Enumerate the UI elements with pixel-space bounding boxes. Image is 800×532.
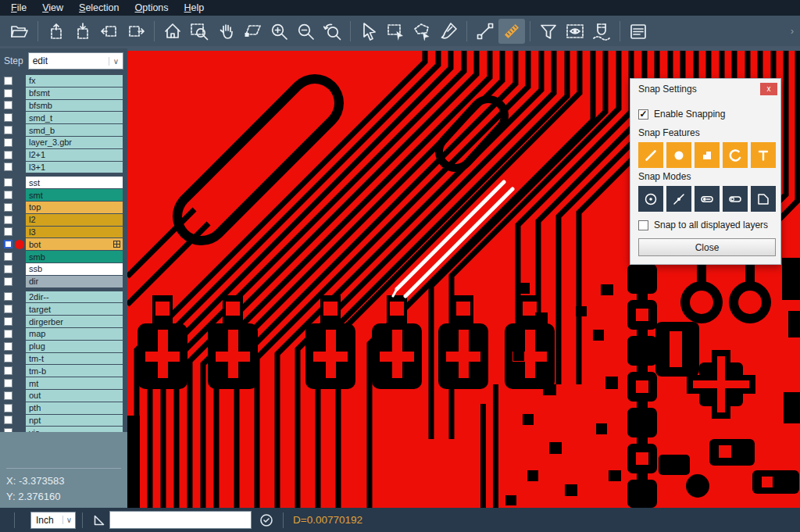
- layer-row-2dir--[interactable]: 2dir--: [0, 291, 127, 303]
- layer-row-smd_t[interactable]: smd_t: [0, 112, 127, 123]
- pan-down-icon[interactable]: [70, 19, 96, 44]
- snap-all-layers-row[interactable]: Snap to all displayed layers: [638, 220, 776, 230]
- layer-name[interactable]: layer_3.gbr: [26, 137, 123, 148]
- layer-row-ssb[interactable]: ssb: [0, 263, 127, 275]
- brush-icon[interactable]: [435, 19, 462, 44]
- layer-visibility-checkbox[interactable]: [4, 101, 12, 109]
- layer-row-tm-b[interactable]: tm-b: [0, 365, 127, 377]
- circle-check-icon[interactable]: [256, 511, 277, 530]
- line-feature-icon[interactable]: [638, 142, 663, 168]
- layer-row-l2[interactable]: l2: [0, 214, 127, 226]
- layer-name[interactable]: smb: [26, 251, 123, 262]
- layer-name[interactable]: smd_t: [26, 112, 123, 123]
- layer-visibility-checkbox[interactable]: [4, 342, 12, 351]
- select-cursor-icon[interactable]: [355, 19, 382, 44]
- layer-name[interactable]: plug: [26, 341, 123, 352]
- measure-value-input[interactable]: [109, 511, 252, 529]
- layer-name[interactable]: smd_b: [26, 124, 123, 136]
- zoom-area-icon[interactable]: [239, 19, 266, 44]
- layer-visibility-checkbox[interactable]: [4, 126, 12, 134]
- step-select[interactable]: edit ∨: [28, 52, 123, 70]
- layer-name[interactable]: smt: [26, 189, 123, 201]
- layer-visibility-checkbox[interactable]: [4, 379, 12, 387]
- select-rect-icon[interactable]: [382, 19, 409, 44]
- layer-row-l2+1[interactable]: l2+1: [0, 149, 127, 161]
- snap-slot-icon[interactable]: [695, 186, 720, 212]
- layer-row-smb[interactable]: smb: [0, 251, 127, 262]
- zoom-region-icon[interactable]: [186, 19, 212, 44]
- layer-visibility-checkbox[interactable]: [4, 227, 12, 236]
- layer-visibility-checkbox[interactable]: [4, 416, 12, 424]
- zoom-in-icon[interactable]: [266, 19, 292, 44]
- layer-name[interactable]: top: [26, 202, 123, 213]
- layer-visibility-checkbox[interactable]: [4, 240, 12, 248]
- unit-select[interactable]: Inch ∨: [30, 512, 76, 529]
- snap-corner-icon[interactable]: [751, 186, 776, 212]
- layer-row-top[interactable]: top: [0, 202, 127, 213]
- layer-visibility-checkbox[interactable]: [4, 252, 12, 261]
- layer-row-dir[interactable]: dir: [0, 276, 127, 287]
- layer-name[interactable]: npt: [26, 415, 123, 427]
- angle-icon[interactable]: [89, 511, 109, 530]
- layer-visibility-checkbox[interactable]: [4, 151, 12, 159]
- enable-snapping-checkbox[interactable]: ✓: [638, 109, 648, 120]
- layer-name[interactable]: target: [26, 303, 123, 315]
- ruler-icon[interactable]: [498, 19, 525, 44]
- dialog-title-bar[interactable]: Snap Settings x: [630, 79, 780, 98]
- layer-visibility-checkbox[interactable]: [4, 330, 12, 338]
- measure-distance-icon[interactable]: [472, 19, 498, 44]
- layer-visibility-checkbox[interactable]: [4, 89, 12, 98]
- layer-name[interactable]: l3: [26, 227, 123, 238]
- pan-left-icon[interactable]: [96, 19, 123, 44]
- layer-row-smt[interactable]: smt: [0, 189, 127, 201]
- toolbar-overflow-chevron[interactable]: ›: [791, 26, 794, 37]
- layer-row-target[interactable]: target: [0, 303, 127, 315]
- layer-visibility-checkbox[interactable]: [4, 404, 12, 412]
- layer-name[interactable]: fx: [26, 75, 123, 87]
- menu-view[interactable]: View: [34, 1, 71, 15]
- layer-name[interactable]: 2dir--: [26, 291, 123, 303]
- layer-visibility-checkbox[interactable]: [4, 305, 12, 313]
- dialog-close-icon[interactable]: x: [760, 83, 777, 95]
- layer-row-fx[interactable]: fx: [0, 75, 127, 87]
- arc-feature-icon[interactable]: [723, 142, 748, 168]
- layer-name[interactable]: pth: [26, 402, 123, 414]
- layer-visibility-checkbox[interactable]: [4, 77, 12, 85]
- menu-file[interactable]: File: [3, 1, 34, 15]
- layer-row-smd_b[interactable]: smd_b: [0, 124, 127, 136]
- layer-name[interactable]: dirgerber: [26, 316, 123, 327]
- layer-row-l3[interactable]: l3: [0, 227, 127, 238]
- layer-visibility-checkbox[interactable]: [4, 138, 12, 147]
- surface-feature-icon[interactable]: [695, 142, 720, 168]
- layer-row-npt[interactable]: npt: [0, 415, 127, 427]
- layer-visibility-checkbox[interactable]: [4, 354, 12, 362]
- layer-visibility-checkbox[interactable]: [4, 113, 12, 122]
- layer-visibility-checkbox[interactable]: [4, 391, 12, 400]
- snap-midpoint-icon[interactable]: [666, 186, 691, 212]
- layer-name[interactable]: ssb: [26, 263, 123, 275]
- snap-center-icon[interactable]: [638, 186, 663, 212]
- layer-row-dirgerber[interactable]: dirgerber: [0, 316, 127, 327]
- layer-row-bfsmt[interactable]: bfsmt: [0, 87, 127, 99]
- layer-visibility-checkbox[interactable]: [4, 216, 12, 224]
- layer-name[interactable]: mt: [26, 377, 123, 389]
- layer-row-mt[interactable]: mt: [0, 377, 127, 389]
- zoom-previous-icon[interactable]: [319, 19, 345, 44]
- layer-visibility-checkbox[interactable]: [4, 162, 12, 171]
- layer-name[interactable]: dir: [26, 276, 123, 287]
- layer-name[interactable]: l2+1: [26, 149, 123, 161]
- layer-row-tm-t[interactable]: tm-t: [0, 353, 127, 365]
- text-feature-icon[interactable]: [751, 142, 776, 168]
- layer-name[interactable]: bfsmb: [26, 100, 123, 112]
- pan-right-icon[interactable]: [123, 19, 149, 44]
- layer-name[interactable]: tm-t: [26, 353, 123, 365]
- layer-visibility-checkbox[interactable]: [4, 317, 12, 326]
- layer-visibility-checkbox[interactable]: [4, 292, 12, 301]
- filter-icon[interactable]: [535, 19, 562, 44]
- layer-row-map[interactable]: map: [0, 328, 127, 340]
- layer-visibility-checkbox[interactable]: [4, 265, 12, 273]
- snap-magnet-icon[interactable]: [588, 19, 615, 44]
- menu-help[interactable]: Help: [177, 1, 212, 15]
- menu-options[interactable]: Options: [127, 1, 176, 15]
- snap-all-layers-checkbox[interactable]: [638, 220, 648, 230]
